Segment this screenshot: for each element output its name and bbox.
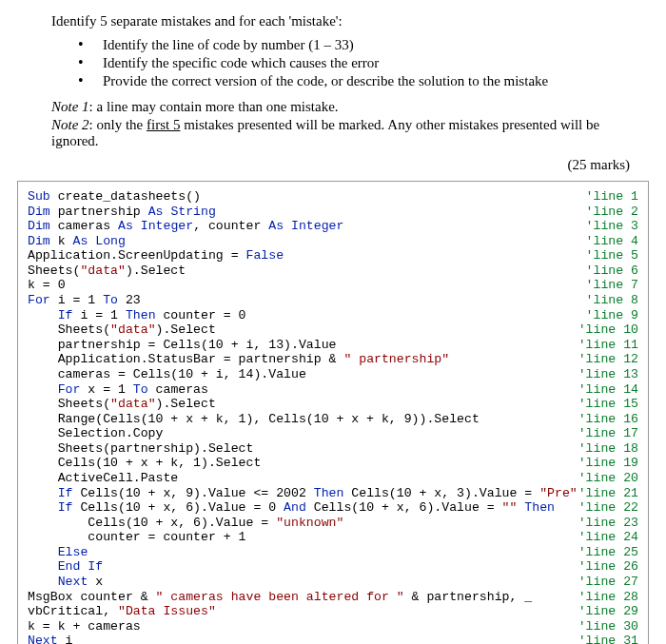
code-text: Sheets("data").Select xyxy=(28,263,586,279)
code-text: Next x xyxy=(28,575,578,590)
note-1-text: : a line may contain more than one mista… xyxy=(89,99,339,114)
code-text: counter = counter + 1 xyxy=(28,530,578,545)
line-number-comment: 'line 5 xyxy=(586,248,638,263)
code-line: Cells(10 + x, 6).Value = "unknown"'line … xyxy=(28,516,638,531)
code-text: For i = 1 To 23 xyxy=(28,293,586,308)
line-number-comment: 'line 16 xyxy=(578,412,638,427)
code-text: MsgBox counter & " cameras have been alt… xyxy=(28,590,578,605)
code-line: For i = 1 To 23'line 8 xyxy=(28,293,638,308)
code-text: partnership = Cells(10 + i, 13).Value xyxy=(28,338,578,353)
note-1: Note 1: a line may contain more than one… xyxy=(51,99,649,115)
code-line: Selection.Copy'line 17 xyxy=(28,426,638,441)
code-text: If Cells(10 + x, 6).Value = 0 And Cells(… xyxy=(28,500,578,516)
line-number-comment: 'line 10 xyxy=(578,322,638,338)
code-line: vbCritical, "Data Issues"'line 29 xyxy=(28,604,638,619)
line-number-comment: 'line 14 xyxy=(578,382,638,398)
note-2-underline: first 5 xyxy=(147,117,180,132)
code-text: Dim cameras As Integer, counter As Integ… xyxy=(28,219,586,234)
line-number-comment: 'line 23 xyxy=(578,516,638,531)
code-text: If i = 1 Then counter = 0 xyxy=(28,308,586,323)
line-number-comment: 'line 17 xyxy=(578,426,638,441)
code-text: If Cells(10 + x, 9).Value <= 2002 Then C… xyxy=(28,486,578,501)
code-line: Dim cameras As Integer, counter As Integ… xyxy=(28,219,638,234)
code-line: Sheets("data").Select'line 15 xyxy=(28,397,638,412)
line-number-comment: 'line 1 xyxy=(586,189,638,205)
code-line: MsgBox counter & " cameras have been alt… xyxy=(28,590,638,605)
marks-label: (25 marks) xyxy=(17,157,630,173)
code-text: Sub create_datasheets() xyxy=(28,189,586,205)
code-line: End If'line 26 xyxy=(28,559,638,575)
code-line: Sheets("data").Select'line 6 xyxy=(28,263,638,279)
line-number-comment: 'line 15 xyxy=(578,397,638,412)
code-line: Sheets(partnership).Select'line 18 xyxy=(28,441,638,457)
line-number-comment: 'line 13 xyxy=(578,367,638,382)
code-line: Dim partnership As String'line 2 xyxy=(28,205,638,220)
line-number-comment: 'line 7 xyxy=(586,278,638,293)
intro-text: Identify 5 separate mistakes and for eac… xyxy=(51,13,649,29)
code-line: k = 0'line 7 xyxy=(28,278,638,293)
note-1-label: Note 1 xyxy=(51,99,89,114)
code-line: Dim k As Long'line 4 xyxy=(28,234,638,249)
code-line: If Cells(10 + x, 9).Value <= 2002 Then C… xyxy=(28,486,638,501)
line-number-comment: 'line 2 xyxy=(586,205,638,220)
code-text: Dim k As Long xyxy=(28,234,586,249)
code-text: Sheets("data").Select xyxy=(28,397,578,412)
line-number-comment: 'line 22 xyxy=(578,500,638,516)
bullet-list: Identify the line of code by number (1 –… xyxy=(78,37,649,89)
line-number-comment: 'line 30 xyxy=(578,619,638,634)
line-number-comment: 'line 27 xyxy=(578,575,638,590)
code-line: For x = 1 To cameras'line 14 xyxy=(28,382,638,398)
line-number-comment: 'line 28 xyxy=(578,590,638,605)
code-line: ActiveCell.Paste'line 20 xyxy=(28,471,638,486)
code-line: Else'line 25 xyxy=(28,545,638,560)
line-number-comment: 'line 3 xyxy=(586,219,638,234)
bullet-item: Identify the line of code by number (1 –… xyxy=(78,37,649,53)
code-line: Range(Cells(10 + x + k, 1), Cells(10 + x… xyxy=(28,412,638,427)
line-number-comment: 'line 31 xyxy=(578,634,638,644)
code-text: k = 0 xyxy=(28,278,586,293)
code-text: End If xyxy=(28,559,578,575)
code-text: Else xyxy=(28,545,578,560)
code-text: Sheets("data").Select xyxy=(28,322,578,338)
code-line: Next i'line 31 xyxy=(28,634,638,644)
code-text: cameras = Cells(10 + i, 14).Value xyxy=(28,367,578,382)
code-box: Sub create_datasheets()'line 1Dim partne… xyxy=(17,181,649,644)
line-number-comment: 'line 29 xyxy=(578,604,638,619)
line-number-comment: 'line 8 xyxy=(586,293,638,308)
bullet-item: Provide the correct version of the code,… xyxy=(78,73,649,89)
line-number-comment: 'line 25 xyxy=(578,545,638,560)
code-line: Application.ScreenUpdating = False'line … xyxy=(28,248,638,263)
code-line: k = k + cameras'line 30 xyxy=(28,619,638,634)
note-2-text-a: : only the xyxy=(89,117,147,132)
line-number-comment: 'line 24 xyxy=(578,530,638,545)
code-line: Next x'line 27 xyxy=(28,575,638,590)
bullet-item: Identify the specific code which causes … xyxy=(78,55,649,71)
note-2: Note 2: only the first 5 mistakes presen… xyxy=(51,117,649,149)
code-text: ActiveCell.Paste xyxy=(28,471,578,486)
line-number-comment: 'line 9 xyxy=(586,308,638,323)
code-text: Dim partnership As String xyxy=(28,205,586,220)
code-line: If Cells(10 + x, 6).Value = 0 And Cells(… xyxy=(28,500,638,516)
code-text: k = k + cameras xyxy=(28,619,578,634)
line-number-comment: 'line 26 xyxy=(578,559,638,575)
line-number-comment: 'line 19 xyxy=(578,456,638,471)
code-text: Cells(10 + x + k, 1).Select xyxy=(28,456,578,471)
code-line: Application.StatusBar = partnership & " … xyxy=(28,352,638,367)
code-line: Sheets("data").Select'line 10 xyxy=(28,322,638,338)
code-line: partnership = Cells(10 + i, 13).Value'li… xyxy=(28,338,638,353)
code-line: Sub create_datasheets()'line 1 xyxy=(28,189,638,205)
code-text: Next i xyxy=(28,634,578,644)
code-text: Cells(10 + x, 6).Value = "unknown" xyxy=(28,516,578,531)
code-text: Range(Cells(10 + x + k, 1), Cells(10 + x… xyxy=(28,412,578,427)
code-line: Cells(10 + x + k, 1).Select'line 19 xyxy=(28,456,638,471)
line-number-comment: 'line 12 xyxy=(578,352,638,367)
code-text: For x = 1 To cameras xyxy=(28,382,578,398)
code-line: If i = 1 Then counter = 0'line 9 xyxy=(28,308,638,323)
code-text: vbCritical, "Data Issues" xyxy=(28,604,578,619)
code-text: Selection.Copy xyxy=(28,426,578,441)
line-number-comment: 'line 18 xyxy=(578,441,638,457)
code-text: Application.StatusBar = partnership & " … xyxy=(28,352,578,367)
line-number-comment: 'line 6 xyxy=(586,263,638,279)
code-text: Sheets(partnership).Select xyxy=(28,441,578,457)
code-line: cameras = Cells(10 + i, 14).Value'line 1… xyxy=(28,367,638,382)
